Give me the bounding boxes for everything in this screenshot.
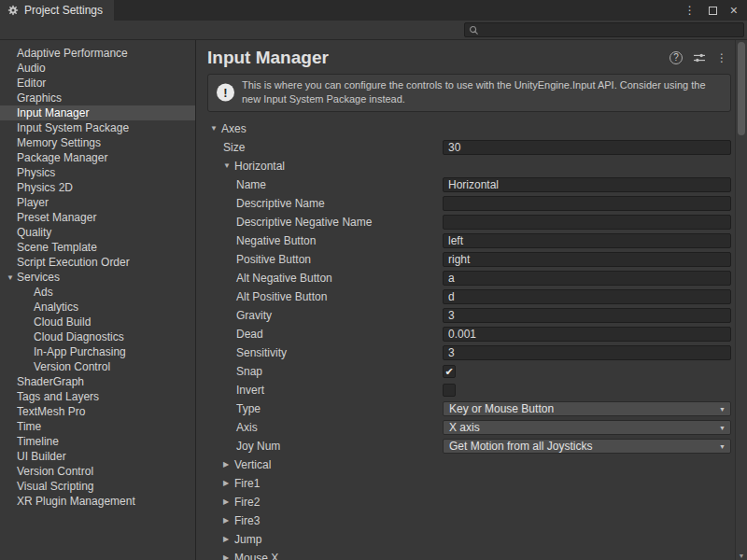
text-field-descriptive-name[interactable] [443, 196, 731, 211]
sidebar-item-adaptive-performance[interactable]: Adaptive Performance [0, 46, 195, 61]
sidebar-item-input-manager[interactable]: Input Manager [0, 105, 195, 120]
property-label[interactable]: ▶Fire3 [196, 514, 260, 527]
search-box[interactable] [464, 22, 744, 37]
property-label: Name [196, 178, 266, 191]
sidebar-item-label: Input System Package [17, 121, 129, 134]
sidebar-item-player[interactable]: Player [0, 195, 195, 210]
text-field-alt-negative-button[interactable]: a [443, 271, 731, 286]
property-label[interactable]: ▶Jump [196, 533, 261, 546]
property-value: a [443, 271, 731, 286]
sidebar-item-version-control[interactable]: Version Control [0, 464, 195, 479]
scrollbar-thumb[interactable] [738, 42, 745, 135]
property-value: right [443, 252, 731, 267]
text-field-positive-button[interactable]: right [443, 252, 731, 267]
property-row-fire3: ▶Fire3 [196, 511, 735, 530]
property-row-dead: Dead0.001 [196, 325, 735, 343]
sidebar-item-label: Editor [17, 77, 46, 90]
property-label-text: Jump [234, 533, 261, 546]
text-field-sensitivity[interactable]: 3 [443, 345, 731, 360]
property-value: 3 [443, 308, 731, 323]
page-title: Input Manager [207, 48, 669, 68]
property-row-fire2: ▶Fire2 [196, 493, 735, 511]
text-field-size[interactable]: 30 [443, 140, 731, 155]
tab-title: Project Settings [24, 4, 103, 17]
sidebar-item-label: Physics 2D [17, 181, 73, 194]
sidebar-item-label: Ads [34, 286, 53, 299]
sidebar-item-timeline[interactable]: Timeline [0, 434, 195, 449]
foldout-icon[interactable]: ▶ [223, 516, 234, 525]
project-settings-tab[interactable]: Project Settings [0, 0, 114, 21]
sidebar-item-audio[interactable]: Audio [0, 61, 195, 76]
sidebar-item-label: Package Manager [17, 151, 107, 164]
sidebar-item-editor[interactable]: Editor [0, 76, 195, 91]
checkbox-invert[interactable] [443, 384, 456, 397]
maximize-icon[interactable] [709, 7, 717, 15]
sidebar-item-cloud-build[interactable]: Cloud Build [0, 315, 195, 329]
sidebar-item-input-system-package[interactable]: Input System Package [0, 120, 195, 135]
scroll-down-icon[interactable]: ▼ [736, 553, 747, 559]
sidebar-item-physics[interactable]: Physics [0, 165, 195, 180]
sidebar-item-version-control[interactable]: Version Control [0, 359, 195, 374]
text-field-name[interactable]: Horizontal [443, 177, 731, 192]
sidebar-item-package-manager[interactable]: Package Manager [0, 150, 195, 165]
sidebar-item-time[interactable]: Time [0, 419, 195, 434]
sidebar-item-analytics[interactable]: Analytics [0, 300, 195, 315]
sidebar-item-preset-manager[interactable]: Preset Manager [0, 210, 195, 225]
sidebar-item-cloud-diagnostics[interactable]: Cloud Diagnostics [0, 329, 195, 344]
sidebar-item-label: TextMesh Pro [17, 405, 85, 418]
foldout-icon[interactable]: ▼ [210, 124, 221, 133]
foldout-icon[interactable]: ▼ [4, 273, 17, 282]
dropdown-joy-num[interactable]: Get Motion from all Joysticks▼ [443, 439, 731, 454]
text-field-negative-button[interactable]: left [443, 233, 731, 248]
sidebar-item-label: Adaptive Performance [17, 47, 128, 60]
foldout-icon[interactable]: ▶ [223, 553, 234, 560]
property-label[interactable]: ▶Mouse X [196, 552, 278, 560]
property-label[interactable]: ▶Fire1 [196, 477, 260, 490]
panel-menu-icon[interactable]: ⋮ [716, 51, 727, 64]
sidebar-item-scene-template[interactable]: Scene Template [0, 240, 195, 255]
sidebar-item-physics-2d[interactable]: Physics 2D [0, 180, 195, 195]
foldout-icon[interactable]: ▶ [223, 479, 234, 487]
sidebar-item-shadergraph[interactable]: ShaderGraph [0, 374, 195, 389]
text-field-descriptive-negative-name[interactable] [443, 215, 731, 230]
sidebar-item-quality[interactable]: Quality [0, 225, 195, 240]
sidebar-item-xr-plugin-management[interactable]: XR Plugin Management [0, 494, 195, 509]
sidebar-item-textmesh-pro[interactable]: TextMesh Pro [0, 404, 195, 419]
window-menu-icon[interactable]: ⋮ [684, 5, 696, 16]
text-field-dead[interactable]: 0.001 [443, 327, 731, 342]
search-input[interactable] [483, 24, 740, 36]
sidebar-item-label: Analytics [34, 301, 78, 314]
foldout-icon[interactable]: ▶ [223, 535, 234, 543]
text-field-gravity[interactable]: 3 [443, 308, 731, 323]
sidebar-item-services[interactable]: ▼Services [0, 270, 195, 285]
vertical-scrollbar[interactable]: ▼ [735, 40, 747, 560]
sidebar-item-memory-settings[interactable]: Memory Settings [0, 135, 195, 150]
property-label[interactable]: ▼Horizontal [196, 160, 285, 173]
text-field-alt-positive-button[interactable]: d [443, 289, 731, 304]
foldout-icon[interactable]: ▶ [223, 460, 234, 469]
property-row-negative-button: Negative Buttonleft [196, 231, 735, 250]
close-icon[interactable]: × [730, 4, 738, 17]
sidebar-item-ads[interactable]: Ads [0, 285, 195, 300]
sidebar-item-label: Visual Scripting [17, 480, 94, 493]
sidebar-item-in-app-purchasing[interactable]: In-App Purchasing [0, 344, 195, 359]
property-label[interactable]: ▼Axes [196, 122, 247, 135]
window-body: Adaptive PerformanceAudioEditorGraphicsI… [0, 40, 747, 560]
sidebar-item-ui-builder[interactable]: UI Builder [0, 449, 195, 464]
sidebar-item-visual-scripting[interactable]: Visual Scripting [0, 479, 195, 494]
dropdown-type[interactable]: Key or Mouse Button▼ [443, 401, 731, 416]
property-row-gravity: Gravity3 [196, 306, 735, 325]
help-icon[interactable]: ? [669, 51, 683, 64]
foldout-icon[interactable]: ▼ [223, 161, 234, 170]
property-label: Alt Negative Button [196, 272, 332, 285]
presets-icon[interactable] [693, 52, 706, 63]
foldout-icon[interactable]: ▶ [223, 497, 234, 506]
sidebar-item-script-execution-order[interactable]: Script Execution Order [0, 255, 195, 270]
sidebar-item-tags-and-layers[interactable]: Tags and Layers [0, 389, 195, 404]
property-row-descriptive-name: Descriptive Name [196, 194, 735, 213]
property-label[interactable]: ▶Vertical [196, 458, 271, 471]
checkbox-snap[interactable]: ✔ [443, 365, 456, 378]
sidebar-item-graphics[interactable]: Graphics [0, 91, 195, 105]
dropdown-axis[interactable]: X axis▼ [443, 420, 731, 435]
property-label[interactable]: ▶Fire2 [196, 496, 260, 509]
